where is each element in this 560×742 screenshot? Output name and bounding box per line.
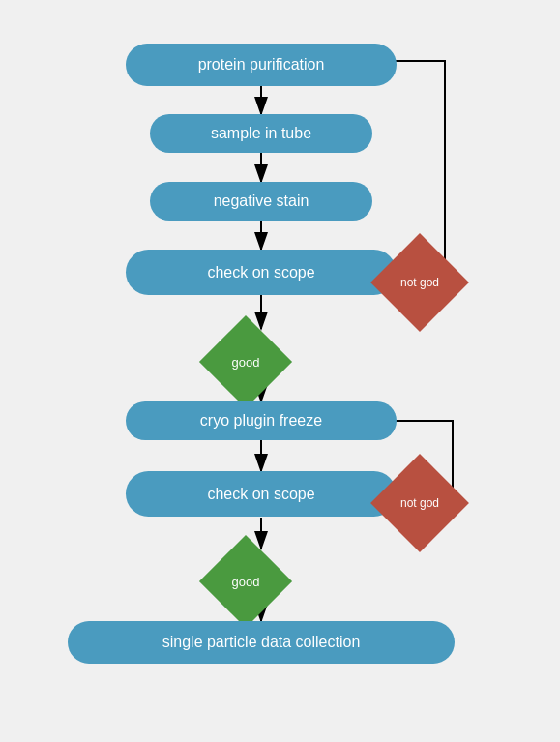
flowchart: protein purification sample in tube nega… (0, 0, 560, 742)
negative-stain-node: negative stain (150, 182, 372, 221)
cryo-plugin-freeze-node: cryo plugin freeze (126, 401, 397, 440)
check-on-scope-2-node: check on scope (126, 471, 397, 517)
not-god-1-diamond: not god (385, 248, 455, 317)
good-2-diamond: good (213, 549, 279, 614)
single-particle-node: single particle data collection (68, 621, 455, 664)
good-1-diamond: good (213, 329, 279, 395)
not-god-2-diamond: not god (385, 468, 455, 538)
sample-in-tube-node: sample in tube (150, 114, 372, 153)
check-on-scope-1-node: check on scope (126, 250, 397, 295)
protein-purification-node: protein purification (126, 44, 397, 86)
